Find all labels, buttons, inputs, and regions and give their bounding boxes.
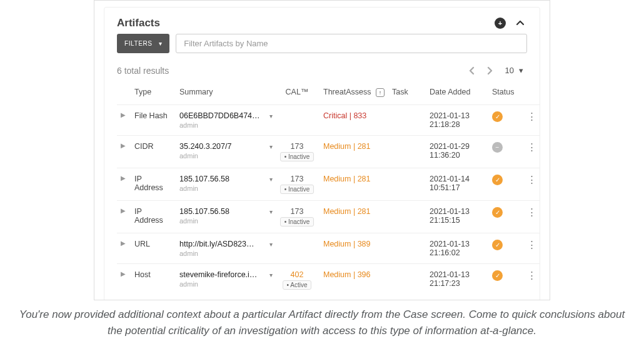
figure-caption: You're now provided additional context a…	[11, 307, 633, 338]
cell-summary: 185.107.56.58admin	[176, 168, 263, 200]
cal-score: 173	[278, 207, 316, 216]
results-toolbar: 6 total results 10 ▾	[117, 64, 527, 76]
col-type[interactable]: Type	[131, 83, 176, 104]
prev-page-button[interactable]	[466, 66, 478, 75]
results-count: 6 total results	[117, 66, 466, 76]
cal-state-badge: Active	[283, 280, 312, 290]
cell-type: URL	[131, 233, 176, 263]
filters-button[interactable]: FILTERS ▾	[117, 34, 169, 53]
caret-down-icon: ▾	[159, 40, 163, 47]
table-header-row: Type Summary CAL™ ThreatAssess ↑ Task Da…	[117, 83, 540, 104]
cell-status: −	[488, 135, 523, 168]
col-threat[interactable]: ThreatAssess ↑	[319, 83, 388, 104]
cell-threat: Medium | 389	[319, 233, 388, 263]
cell-cal	[274, 233, 319, 263]
col-summary[interactable]: Summary	[176, 83, 263, 104]
summary-text: http://bit.ly/ASD823…	[179, 240, 259, 248]
cell-date: 2021-01-1321:16:02	[426, 233, 488, 263]
expand-row-button[interactable]: ▶	[117, 263, 131, 296]
cell-task	[388, 104, 426, 135]
cell-date: 2021-01-1321:17:23	[426, 263, 488, 296]
summary-text: 185.107.56.58	[179, 207, 259, 216]
cal-state-badge: Inactive	[280, 152, 314, 161]
cell-task	[388, 200, 426, 233]
page-size-value: 10	[505, 66, 514, 75]
cell-status: ✓	[488, 233, 523, 263]
cell-date: 2021-01-1321:18:28	[426, 104, 488, 135]
status-icon: ✓	[492, 175, 503, 185]
threat-label: Medium | 281	[323, 142, 371, 151]
cell-task	[388, 263, 426, 296]
cal-score: 173	[278, 142, 316, 151]
threat-label: Medium | 281	[323, 175, 371, 183]
cal-state-badge: Inactive	[280, 217, 314, 226]
filter-input[interactable]	[176, 34, 527, 53]
expand-row-button[interactable]: ▶	[117, 233, 131, 263]
cell-summary: http://bit.ly/ASD823…admin	[176, 233, 263, 263]
col-date[interactable]: Date Added	[426, 83, 488, 104]
next-page-button[interactable]	[484, 66, 495, 75]
cell-date: 2021-01-1410:51:17	[426, 168, 488, 200]
summary-menu-button[interactable]: ▾	[267, 241, 273, 248]
summary-menu-button[interactable]: ▾	[267, 176, 273, 183]
cell-threat: Critical | 833	[319, 104, 388, 135]
table-row: ▶URLhttp://bit.ly/ASD823…admin▾Medium | …	[117, 233, 540, 263]
cell-type: Host	[131, 263, 176, 296]
expand-row-button[interactable]: ▶	[117, 135, 131, 168]
row-actions-button[interactable]: ⋮	[523, 200, 540, 233]
cell-cal: 173 Inactive	[274, 200, 319, 233]
table-row: ▶CIDR35.240.3.207/7admin▾173 InactiveMed…	[117, 135, 540, 168]
summary-text: stevemike-fireforce.i…	[179, 270, 259, 279]
cell-summary: 35.240.3.207/7admin	[176, 135, 263, 168]
cell-threat: Medium | 281	[319, 168, 388, 200]
expand-row-button[interactable]: ▶	[117, 200, 131, 233]
cal-score: 173	[278, 175, 316, 183]
page-size-select[interactable]: 10 ▾	[501, 64, 527, 76]
row-actions-button[interactable]: ⋮	[523, 168, 540, 200]
caret-down-icon: ▾	[519, 66, 523, 75]
chevron-right-icon	[486, 66, 493, 75]
status-icon: ✓	[492, 207, 503, 218]
chevron-up-icon	[515, 18, 525, 28]
cell-threat: Medium | 396	[319, 263, 388, 296]
status-icon: ✓	[492, 240, 503, 250]
summary-menu-button[interactable]: ▾	[267, 143, 273, 150]
expand-row-button[interactable]: ▶	[117, 168, 131, 200]
row-actions-button[interactable]: ⋮	[523, 263, 540, 296]
sort-asc-icon: ↑	[376, 88, 385, 97]
col-cal[interactable]: CAL™	[274, 83, 319, 104]
cell-cal: 173 Inactive	[274, 135, 319, 168]
col-status[interactable]: Status	[488, 83, 523, 104]
cell-type: IP Address	[131, 168, 176, 200]
row-actions-button[interactable]: ⋮	[523, 135, 540, 168]
artifacts-table: Type Summary CAL™ ThreatAssess ↑ Task Da…	[117, 83, 540, 296]
cell-summary: stevemike-fireforce.i…admin	[176, 263, 263, 296]
summary-sub: admin	[179, 250, 259, 257]
cell-status: ✓	[488, 263, 523, 296]
status-icon: −	[492, 142, 503, 153]
summary-menu-button[interactable]: ▾	[267, 208, 273, 215]
filters-button-label: FILTERS	[124, 40, 153, 47]
col-task[interactable]: Task	[388, 83, 426, 104]
cell-task	[388, 135, 426, 168]
cal-score: 402	[278, 270, 316, 279]
cell-cal: 173 Inactive	[274, 168, 319, 200]
collapse-button[interactable]	[513, 16, 527, 30]
add-button[interactable]: +	[493, 16, 507, 30]
expand-row-button[interactable]: ▶	[117, 104, 131, 135]
threat-label: Medium | 389	[323, 240, 371, 248]
summary-text: 185.107.56.58	[179, 175, 259, 183]
row-actions-button[interactable]: ⋮	[523, 104, 540, 135]
cell-status: ✓	[488, 104, 523, 135]
filter-bar: FILTERS ▾	[117, 34, 527, 53]
cell-status: ✓	[488, 200, 523, 233]
row-actions-button[interactable]: ⋮	[523, 233, 540, 263]
cell-summary: 06E6BBD7DD6B474…admin	[176, 104, 263, 135]
summary-menu-button[interactable]: ▾	[267, 272, 273, 278]
table-row: ▶IP Address185.107.56.58admin▾173 Inacti…	[117, 168, 540, 200]
summary-menu-button[interactable]: ▾	[267, 113, 273, 120]
panel-title: Artifacts	[117, 17, 487, 29]
summary-sub: admin	[179, 185, 259, 192]
chevron-left-icon	[468, 66, 476, 75]
summary-sub: admin	[179, 121, 259, 129]
